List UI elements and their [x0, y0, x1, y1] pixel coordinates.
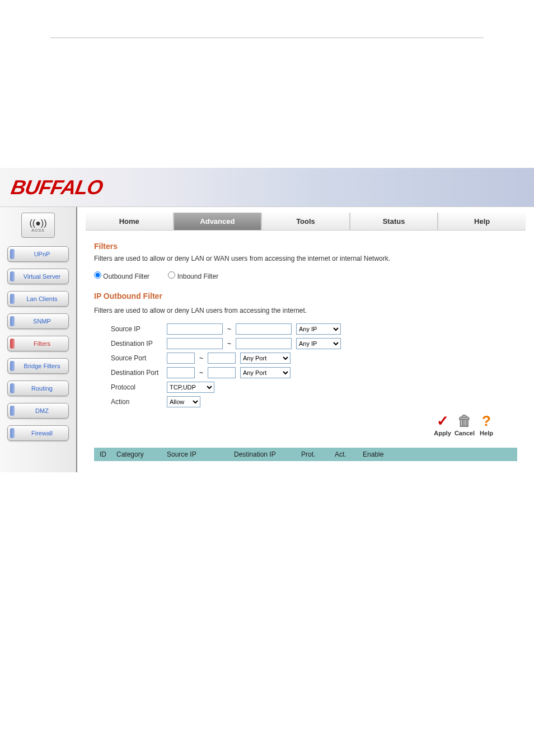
question-icon: ? [478, 413, 495, 430]
apply-button[interactable]: ✓ Apply [434, 413, 451, 436]
sidebar-item-virtual-server[interactable]: Virtual Server [7, 269, 69, 284]
sidebar-item-bridge-filters[interactable]: Bridge Filters [7, 358, 69, 374]
row-protocol: Protocol TCP,UDP [94, 382, 517, 393]
tilde-1: ~ [227, 325, 231, 333]
select-dest-port-mode[interactable]: Any Port [240, 367, 291, 378]
tab-help[interactable]: Help [438, 213, 526, 230]
outbound-title: IP Outbound Filter [94, 292, 517, 300]
sidebar-item-lan-clients[interactable]: Lan Clients [7, 291, 69, 307]
select-action[interactable]: Allow [167, 396, 200, 407]
sidebar-item-filters[interactable]: Filters [7, 336, 69, 351]
content-inner: Filters Filters are used to allow or den… [77, 231, 534, 472]
tab-status[interactable]: Status [350, 213, 439, 230]
input-dest-port-from[interactable] [167, 367, 195, 378]
input-dest-ip-from[interactable] [167, 338, 223, 349]
content-area: Home Advanced Tools Status Help Filters … [77, 207, 534, 472]
tab-advanced[interactable]: Advanced [174, 213, 263, 230]
th-enable: Enable [363, 450, 396, 458]
label-source-port: Source Port [111, 354, 167, 362]
label-dest-ip: Destination IP [111, 340, 167, 348]
apply-label: Apply [434, 430, 451, 436]
row-action: Action Allow [94, 396, 517, 407]
aoss-label: AOSS [31, 228, 44, 232]
th-prot: Prot. [301, 450, 335, 458]
select-source-port-mode[interactable]: Any Port [240, 353, 291, 364]
th-source-ip: Source IP [167, 450, 234, 458]
radio-inbound[interactable] [168, 271, 175, 279]
tab-bar: Home Advanced Tools Status Help [86, 213, 526, 231]
th-act: Act. [335, 450, 363, 458]
brand-logo: BUFFALO [9, 176, 104, 199]
outbound-desc: Filters are used to allow or deny LAN us… [94, 306, 517, 316]
cancel-button[interactable]: 🗑 Cancel [455, 413, 475, 436]
tilde-4: ~ [199, 369, 203, 377]
select-dest-ip-mode[interactable]: Any IP [296, 338, 341, 349]
input-source-port-from[interactable] [167, 353, 195, 364]
sidebar-item-dmz[interactable]: DMZ [7, 403, 69, 419]
row-source-port: Source Port ~ Any Port [94, 353, 517, 364]
filters-title: Filters [94, 242, 517, 251]
aoss-icon: ((●)) [30, 218, 47, 228]
row-source-ip: Source IP ~ Any IP [94, 323, 517, 335]
row-dest-port: Destination Port ~ Any Port [94, 367, 517, 378]
filter-direction-radios: Outbound Filter Inbound Filter [94, 271, 517, 280]
label-action: Action [111, 398, 167, 406]
header-banner: BUFFALO [0, 168, 534, 207]
radio-inbound-text: Inbound Filter [177, 273, 218, 280]
help-button[interactable]: ? Help [478, 413, 495, 436]
sidebar-item-firewall[interactable]: Firewall [7, 425, 69, 441]
help-label: Help [480, 430, 493, 436]
tab-home[interactable]: Home [86, 213, 174, 230]
radio-outbound-label[interactable]: Outbound Filter [94, 273, 151, 280]
action-icons-row: ✓ Apply 🗑 Cancel ? Help [94, 413, 495, 436]
cancel-label: Cancel [455, 430, 475, 436]
trash-icon: 🗑 [456, 413, 473, 430]
label-dest-port: Destination Port [111, 369, 167, 377]
sidebar-item-upnp[interactable]: UPnP [7, 246, 69, 262]
sidebar: ((●)) AOSS UPnP Virtual Server Lan Clien… [0, 207, 77, 472]
radio-outbound-text: Outbound Filter [103, 273, 149, 280]
input-dest-ip-to[interactable] [236, 338, 292, 349]
select-source-ip-mode[interactable]: Any IP [296, 323, 341, 335]
label-protocol: Protocol [111, 383, 167, 391]
th-category: Category [116, 450, 167, 458]
label-source-ip: Source IP [111, 325, 167, 333]
input-source-ip-from[interactable] [167, 323, 223, 335]
th-id: ID [100, 450, 116, 458]
select-protocol[interactable]: TCP,UDP [167, 382, 214, 393]
aoss-button[interactable]: ((●)) AOSS [21, 213, 55, 238]
main-container: ((●)) AOSS UPnP Virtual Server Lan Clien… [0, 207, 534, 472]
row-dest-ip: Destination IP ~ Any IP [94, 338, 517, 349]
sidebar-item-snmp[interactable]: SNMP [7, 313, 69, 329]
th-dest-ip: Destination IP [234, 450, 301, 458]
radio-outbound[interactable] [94, 271, 101, 279]
checkmark-icon: ✓ [434, 413, 451, 430]
radio-inbound-label[interactable]: Inbound Filter [168, 273, 218, 280]
tab-tools[interactable]: Tools [262, 213, 350, 230]
tilde-2: ~ [227, 340, 231, 348]
filter-table-header: ID Category Source IP Destination IP Pro… [94, 448, 517, 461]
input-source-port-to[interactable] [208, 353, 236, 364]
tilde-3: ~ [199, 354, 203, 362]
filters-desc: Filters are used to allow or deny LAN or… [94, 254, 517, 264]
input-dest-port-to[interactable] [208, 367, 236, 378]
sidebar-item-routing[interactable]: Routing [7, 381, 69, 396]
input-source-ip-to[interactable] [236, 323, 292, 335]
